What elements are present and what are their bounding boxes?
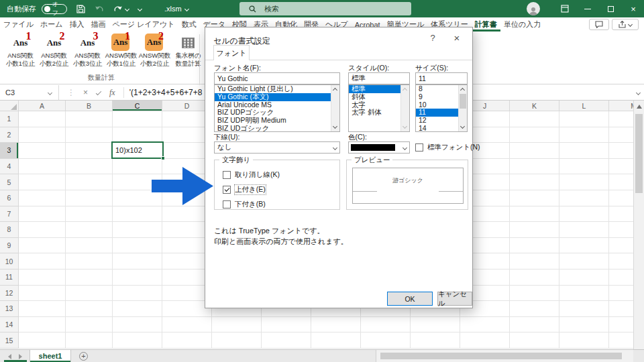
- row-header-6[interactable]: 6: [0, 190, 19, 206]
- column-header-K[interactable]: K: [510, 101, 559, 111]
- cell-A4[interactable]: [19, 159, 66, 175]
- cell-L5[interactable]: [559, 174, 609, 190]
- cell-G15[interactable]: [311, 333, 361, 349]
- cell-J15[interactable]: [460, 333, 510, 349]
- cell-A15[interactable]: [19, 333, 66, 349]
- close-button[interactable]: ×: [623, 0, 644, 17]
- cell-C1[interactable]: [113, 111, 162, 127]
- style-list-scrollbar[interactable]: [400, 85, 409, 131]
- scroll-up-icon[interactable]: [460, 88, 465, 93]
- cancel-entry-icon[interactable]: ×: [83, 88, 88, 97]
- font-name-list[interactable]: Yu Gothic Light (見出し)Yu Gothic (本文)Arial…: [214, 84, 340, 132]
- ribbon-tab-ホーム[interactable]: ホーム: [37, 17, 66, 32]
- cell-M4[interactable]: [609, 159, 633, 175]
- column-header-M[interactable]: M: [609, 101, 633, 111]
- cell-C10[interactable]: [113, 253, 162, 269]
- insert-function-icon[interactable]: fx: [109, 88, 115, 98]
- cell-F14[interactable]: [262, 317, 311, 333]
- cell-C14[interactable]: [113, 317, 162, 333]
- cell-M9[interactable]: [609, 238, 633, 254]
- cancel-button[interactable]: キャンセル: [437, 292, 472, 306]
- row-header-2[interactable]: 2: [0, 127, 19, 143]
- size-scroll-thumb[interactable]: [460, 94, 466, 109]
- filename-chevron-icon[interactable]: [184, 6, 189, 11]
- effect-checkbox-row-上付き(E)[interactable]: 上付き(E): [223, 185, 266, 194]
- autosave-toggle[interactable]: オフ: [42, 4, 67, 14]
- cell-G14[interactable]: [311, 317, 361, 333]
- cell-K2[interactable]: [510, 127, 559, 143]
- cell-K10[interactable]: [510, 253, 559, 269]
- checkbox[interactable]: [223, 171, 231, 179]
- cell-K15[interactable]: [510, 333, 559, 349]
- search-input[interactable]: 検索: [239, 2, 411, 15]
- cell-B14[interactable]: [66, 317, 113, 333]
- cell-K13[interactable]: [510, 301, 559, 317]
- cell-A3[interactable]: [19, 143, 66, 159]
- next-sheet-icon[interactable]: [19, 354, 22, 359]
- cell-K14[interactable]: [510, 317, 559, 333]
- ok-button[interactable]: OK: [387, 292, 433, 306]
- cell-A7[interactable]: [19, 206, 66, 223]
- cell-L13[interactable]: [559, 301, 609, 317]
- cell-M3[interactable]: [609, 143, 633, 159]
- ribbon-tab-ページ レイアウト[interactable]: ページ レイアウト: [109, 17, 178, 32]
- font-name-input[interactable]: Yu Gothic: [214, 72, 340, 84]
- cell-K12[interactable]: [510, 286, 559, 302]
- cell-B1[interactable]: [66, 111, 113, 127]
- ribbon-tab-描画[interactable]: 描画: [88, 17, 109, 32]
- select-all-corner[interactable]: [0, 101, 19, 111]
- cell-B5[interactable]: [66, 174, 113, 190]
- tab-font[interactable]: フォント: [213, 45, 250, 60]
- formula-input[interactable]: '(1+2+3+4+5+6+7+8: [129, 88, 203, 97]
- effect-checkbox-row-取り消し線(K)[interactable]: 取り消し線(K): [223, 170, 280, 180]
- row-header-1[interactable]: 1: [0, 111, 19, 127]
- cell-A12[interactable]: [19, 286, 66, 302]
- cell-K5[interactable]: [510, 174, 559, 190]
- cell-L7[interactable]: [559, 206, 609, 223]
- cell-M2[interactable]: [609, 127, 633, 143]
- horizontal-scrollbar[interactable]: [376, 350, 633, 362]
- cell-D15[interactable]: [162, 333, 212, 349]
- avatar[interactable]: [527, 2, 540, 15]
- cell-L14[interactable]: [559, 317, 609, 333]
- cell-C2[interactable]: [113, 127, 162, 143]
- redo-icon[interactable]: [113, 5, 129, 13]
- row-header-9[interactable]: 9: [0, 238, 19, 254]
- cell-K9[interactable]: [510, 238, 559, 254]
- confirm-entry-icon[interactable]: [96, 90, 101, 95]
- cell-K8[interactable]: [510, 222, 559, 238]
- font-list-scrollbar[interactable]: [331, 85, 339, 131]
- row-header-12[interactable]: 12: [0, 286, 19, 302]
- cell-I15[interactable]: [411, 333, 460, 349]
- cell-K4[interactable]: [510, 159, 559, 175]
- ribbon-button-ANSW関数-小数1位止[interactable]: Ans1ANSW関数小数1位止: [105, 34, 138, 67]
- cell-C9[interactable]: [113, 238, 162, 254]
- cell-K1[interactable]: [510, 111, 559, 127]
- cell-C12[interactable]: [113, 286, 162, 302]
- cell-B15[interactable]: [66, 333, 113, 349]
- cell-F15[interactable]: [262, 333, 311, 349]
- dialog-help-button[interactable]: ?: [424, 30, 441, 45]
- dialog-close-button[interactable]: ×: [448, 30, 466, 45]
- cell-M1[interactable]: [609, 111, 633, 127]
- cell-B4[interactable]: [66, 159, 113, 175]
- cell-L4[interactable]: [559, 159, 609, 175]
- ribbon-button-ANSW関数-小数2位止[interactable]: Ans2ANSW関数小数2位止: [138, 34, 171, 67]
- name-box[interactable]: C3: [0, 85, 59, 100]
- comments-button[interactable]: [589, 19, 609, 30]
- row-header-3[interactable]: 3: [0, 143, 19, 159]
- underline-dropdown[interactable]: なし: [214, 141, 340, 154]
- vertical-scroll-thumb[interactable]: [635, 114, 643, 193]
- style-input[interactable]: 標準: [348, 72, 410, 84]
- minimize-button[interactable]: [577, 0, 598, 17]
- row-header-4[interactable]: 4: [0, 159, 19, 175]
- row-header-7[interactable]: 7: [0, 206, 19, 223]
- cell-M12[interactable]: [609, 286, 633, 302]
- cell-A2[interactable]: [19, 127, 66, 143]
- cell-B7[interactable]: [66, 206, 113, 223]
- cell-A1[interactable]: [19, 111, 66, 127]
- ribbon-display-options-icon[interactable]: [554, 0, 576, 17]
- ribbon-tab-ファイル[interactable]: ファイル: [0, 17, 37, 32]
- cell-K7[interactable]: [510, 206, 559, 223]
- cell-C11[interactable]: [113, 269, 162, 286]
